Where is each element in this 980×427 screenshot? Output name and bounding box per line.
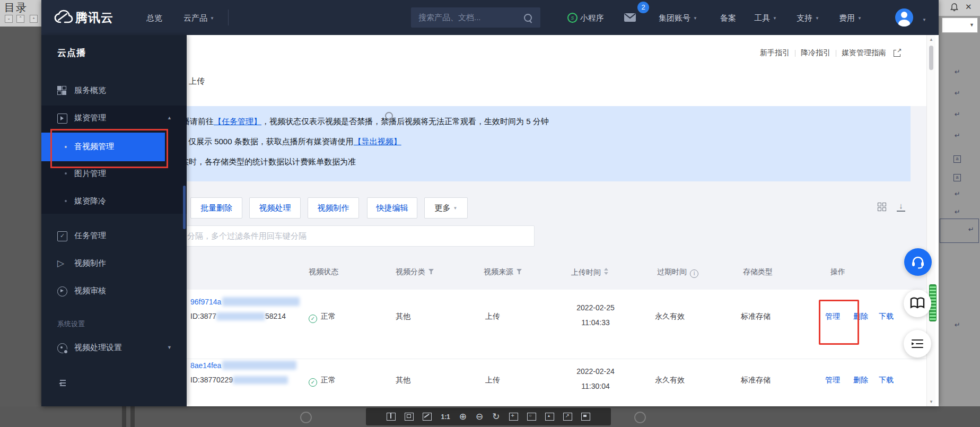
search-icon[interactable] (385, 112, 393, 120)
download-list-icon[interactable]: ↓ (897, 202, 905, 212)
redacted-blur (216, 312, 265, 320)
documentation-button[interactable] (904, 290, 931, 317)
banner-line-1: 播请前往【任务管理】，视频状态仅表示视频是否禁播，禁播后视频将无法正常观看，生效… (182, 117, 549, 127)
sidebar-item-media-cooling[interactable]: 媒资降冷 (41, 188, 187, 214)
rotate-icon[interactable]: ↻ (492, 413, 500, 421)
collapse-sidebar-icon[interactable] (57, 379, 66, 388)
link-export-video[interactable]: 【导出视频】 (354, 137, 401, 146)
image-frame-icon[interactable] (545, 413, 554, 421)
grid-view-icon[interactable] (878, 203, 886, 211)
download-link[interactable]: 下载 (879, 312, 894, 321)
scrollbar-thumb[interactable] (929, 46, 933, 70)
video-id: ID:387758214 (190, 312, 286, 320)
link-media-guide[interactable]: 媒资管理指南 (842, 48, 886, 58)
doc-dropdown[interactable]: ▼ (942, 18, 978, 33)
video-process-button[interactable]: 视频处理 (249, 197, 301, 219)
sidebar-item-service-overview[interactable]: 服务概览 (41, 78, 187, 103)
bullet-icon (65, 200, 67, 202)
brand-name[interactable]: 腾讯云 (75, 10, 113, 26)
nav-search-box[interactable]: 搜索产品、文档... (411, 7, 540, 28)
quick-edit-button[interactable]: 快捷编辑 (367, 197, 417, 219)
anchor-mark-icon: a (953, 155, 961, 163)
export-icon[interactable] (563, 413, 572, 421)
video-name-link[interactable]: 96f9714a (190, 297, 300, 306)
video-name[interactable]: 8ae14fea (190, 361, 221, 370)
filter-icon[interactable] (517, 269, 522, 274)
actual-size-icon[interactable]: 1:1 (441, 413, 450, 421)
sidebar-item-video-process-settings[interactable]: 视频处理设置 ▼ (41, 335, 187, 361)
tencent-cloud-logo-icon[interactable] (53, 9, 73, 27)
zoom-in-icon[interactable]: ⊕ (459, 413, 467, 421)
filter-icon[interactable] (428, 269, 434, 274)
annotate-icon[interactable] (423, 413, 432, 421)
col-video-source[interactable]: 视频来源 (484, 267, 522, 277)
nav-tools[interactable]: 工具▼ (754, 13, 777, 23)
fit-window-icon[interactable] (405, 413, 414, 421)
split-view-icon[interactable] (387, 413, 396, 421)
paragraph-mark-icon: ↵ (955, 190, 965, 198)
vod-sidebar: 云点播 服务概览 媒资管理 ▲ 音视频管理 图片管理 (41, 35, 187, 406)
zoom-out-icon[interactable]: ⊖ (476, 413, 483, 421)
nav-overview[interactable]: 总览 (146, 13, 162, 23)
col-upload-time[interactable]: 上传时间 (571, 267, 608, 277)
link-beginner-guide[interactable]: 新手指引 (760, 48, 790, 58)
nav-billing[interactable]: 费用▼ (839, 13, 862, 23)
sidebar-item-video-production[interactable]: ▷ 视频制作 (41, 251, 187, 276)
status-badge: ✓正常 (309, 376, 336, 387)
chevron-down-icon: ▼ (969, 22, 974, 28)
video-id-prefix: ID:3877 (190, 312, 216, 320)
quick-menu-button[interactable] (904, 330, 931, 358)
redacted-blur (233, 376, 288, 384)
batch-delete-button[interactable]: 批量删除 (190, 197, 242, 219)
scroll-down-icon[interactable]: ▼ (927, 399, 935, 404)
more-button[interactable]: 更多▼ (424, 197, 468, 219)
nav-support[interactable]: 支持▼ (797, 13, 819, 23)
toc-add-icon[interactable]: + (30, 15, 38, 23)
col-video-category[interactable]: 视频分类 (396, 267, 434, 277)
download-link[interactable]: 下载 (879, 376, 894, 385)
video-produce-button[interactable]: 视频制作 (308, 197, 359, 219)
toc-expand-icon[interactable]: ⌄ (5, 15, 13, 23)
drag-handle-icon[interactable] (634, 412, 646, 423)
select-region-icon[interactable] (509, 413, 518, 421)
chevron-up-icon: ▲ (167, 115, 172, 120)
info-icon[interactable]: i (690, 269, 698, 278)
nav-group-account[interactable]: 集团账号▼ (659, 13, 697, 23)
link-cooling-guide[interactable]: 降冷指引 (801, 48, 830, 58)
close-icon[interactable]: ✕ (965, 2, 972, 12)
delete-link[interactable]: 删除 (853, 376, 868, 385)
video-name-link[interactable]: 8ae14fea (190, 361, 296, 370)
top-nav: 腾讯云 总览 云产品▼ 搜索产品、文档... s 小程序 2 集团账号▼ 备案 … (41, 0, 939, 35)
sort-icon[interactable] (604, 267, 608, 275)
screenshot-stage: 目录 ⌄ ⌃ + ✕ ▼ ↵ ↵ ↵ ↵ a a ↵ ↵ ↵ ↵ 1:1 ⊕ ⊖… (0, 0, 980, 427)
sidebar-scrollbar-thumb[interactable] (183, 186, 186, 229)
search-icon[interactable] (524, 14, 532, 22)
video-id-suffix: 58214 (265, 312, 286, 320)
status-label: 正常 (321, 376, 336, 384)
nav-products[interactable]: 云产品▼ (183, 13, 214, 23)
manage-link[interactable]: 管理 (825, 376, 840, 385)
filter-input[interactable]: 分隔，多个过滤条件用回车键分隔 (168, 225, 535, 247)
video-name[interactable]: 96f9714a (190, 298, 221, 306)
upload-date: 2022-02-25 (569, 303, 622, 312)
nav-records[interactable]: 备案 (720, 13, 736, 23)
toc-collapse-icon[interactable]: ⌃ (16, 15, 24, 23)
nav-mini-program[interactable]: 小程序 (580, 13, 604, 23)
sidebar-item-media-management[interactable]: 媒资管理 ▲ (41, 106, 187, 131)
link-task-management[interactable]: 【任务管理】 (214, 117, 261, 126)
bell-icon[interactable] (950, 3, 958, 14)
account-menu-caret[interactable]: ▼ (920, 15, 926, 24)
upload-button[interactable]: 上传 (189, 76, 205, 86)
print-icon[interactable] (581, 413, 590, 421)
image-mode-icon[interactable] (527, 413, 536, 421)
sidebar-section-system-settings: 系统设置 (57, 319, 85, 329)
sidebar-item-task-management[interactable]: ✓ 任务管理 (41, 223, 187, 249)
scroll-up-icon[interactable]: ▲ (927, 37, 935, 42)
col-label: 过期时间 (657, 267, 687, 276)
mail-icon[interactable] (624, 13, 636, 24)
video-id-prefix: ID:38770229 (190, 376, 233, 384)
drag-handle-icon[interactable] (300, 412, 312, 423)
sidebar-item-video-review[interactable]: 视频审核 (41, 278, 187, 304)
customer-service-button[interactable] (904, 248, 932, 276)
avatar[interactable] (895, 8, 913, 27)
